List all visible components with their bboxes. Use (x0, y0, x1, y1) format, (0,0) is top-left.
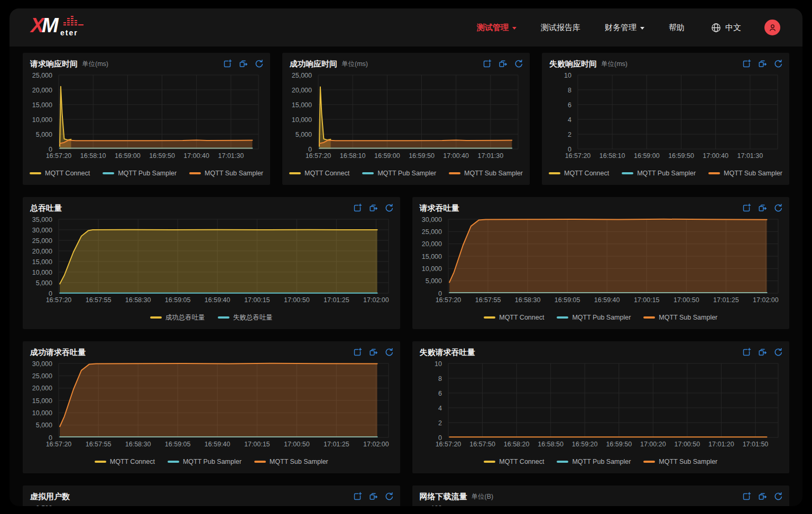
legend-item[interactable]: MQTT Connect (30, 170, 90, 177)
legend-item[interactable]: MQTT Pub Sampler (622, 170, 696, 177)
add-chart-icon[interactable] (353, 348, 362, 357)
legend-item[interactable]: MQTT Pub Sampler (103, 170, 177, 177)
chart-panel: 虚拟用户数 (23, 485, 400, 506)
legend-item[interactable]: MQTT Connect (289, 170, 349, 177)
chart-legend: MQTT ConnectMQTT Pub SamplerMQTT Sub Sam… (289, 168, 523, 179)
chart-canvas[interactable]: 05,00010,00015,00020,00025,00016:57:2016… (29, 71, 264, 162)
chart-canvas[interactable]: 024681016:57:2016:58:1016:59:0016:59:501… (548, 71, 783, 162)
legend-item[interactable]: MQTT Sub Sampler (643, 314, 717, 321)
open-new-window-icon[interactable] (758, 492, 767, 501)
refresh-icon[interactable] (773, 203, 783, 213)
svg-text:16:59:50: 16:59:50 (668, 152, 694, 160)
refresh-icon[interactable] (254, 59, 264, 69)
chart-canvas[interactable]: 024681016:57:2016:57:5016:58:2016:58:501… (419, 359, 783, 450)
legend-item[interactable]: MQTT Sub Sampler (643, 458, 717, 465)
nav-item-test-report-library[interactable]: 测试报告库 (541, 23, 580, 33)
svg-text:16:57:20: 16:57:20 (435, 296, 461, 304)
open-new-window-icon[interactable] (758, 203, 767, 213)
panel-header: 成功请求吞吐量 (30, 347, 394, 358)
legend-marker (484, 316, 495, 319)
chart-canvas[interactable]: 05,00010,00015,00020,00025,00030,00016:5… (419, 215, 783, 306)
add-chart-icon[interactable] (742, 203, 751, 213)
legend-item[interactable]: MQTT Connect (484, 314, 544, 321)
legend-item[interactable]: MQTT Sub Sampler (254, 458, 328, 465)
legend-item[interactable]: MQTT Pub Sampler (168, 458, 242, 465)
svg-text:16:58:30: 16:58:30 (514, 296, 540, 304)
open-new-window-icon[interactable] (368, 492, 378, 501)
svg-text:16:57:20: 16:57:20 (46, 441, 72, 448)
svg-text:16:59:50: 16:59:50 (149, 152, 175, 160)
chart-legend: MQTT ConnectMQTT Pub SamplerMQTT Sub Sam… (29, 168, 264, 179)
logo-letters-eter: eter (60, 29, 78, 37)
panel-unit: 单位(ms) (601, 60, 628, 69)
svg-text:16:57:20: 16:57:20 (46, 296, 72, 304)
xmeter-logo[interactable]: X M eter (31, 14, 90, 41)
svg-text:17:00:50: 17:00:50 (284, 296, 310, 304)
add-chart-icon[interactable] (482, 59, 492, 69)
legend-item[interactable]: MQTT Connect (549, 170, 609, 177)
legend-label: MQTT Pub Sampler (637, 170, 696, 177)
legend-item[interactable]: MQTT Pub Sampler (557, 458, 631, 465)
chart-legend: MQTT ConnectMQTT Pub SamplerMQTT Sub Sam… (419, 312, 783, 323)
chart-panel: 成功响应时间 单位(ms) (282, 53, 530, 185)
legend-item[interactable]: MQTT Sub Sampler (708, 170, 782, 177)
add-chart-icon[interactable] (223, 59, 232, 69)
svg-text:17:00:40: 17:00:40 (443, 152, 469, 160)
nav-item-help[interactable]: 帮助 (669, 23, 685, 33)
open-new-window-icon[interactable] (368, 203, 378, 213)
svg-text:17:00:40: 17:00:40 (183, 152, 209, 160)
legend-item[interactable]: MQTT Sub Sampler (449, 170, 523, 177)
add-chart-icon[interactable] (353, 203, 362, 213)
legend-label: MQTT Connect (499, 314, 544, 321)
refresh-icon[interactable] (773, 59, 783, 69)
open-new-window-icon[interactable] (498, 59, 508, 69)
legend-item[interactable]: MQTT Pub Sampler (362, 170, 436, 177)
open-new-window-icon[interactable] (758, 348, 767, 357)
nav-item-test-management[interactable]: 测试管理 (477, 23, 516, 33)
refresh-icon[interactable] (773, 492, 783, 501)
legend-item[interactable]: 成功总吞吐量 (150, 313, 205, 322)
open-new-window-icon[interactable] (238, 59, 248, 69)
user-avatar[interactable] (764, 20, 780, 35)
chart-canvas[interactable]: 05,00010,00015,00020,00025,00016:57:2016… (289, 71, 523, 162)
globe-icon (711, 23, 721, 33)
panel-title: 成功请求吞吐量 (30, 348, 86, 358)
svg-text:10,000: 10,000 (32, 269, 52, 276)
svg-text:16:57:55: 16:57:55 (86, 296, 112, 304)
legend-item[interactable]: MQTT Connect (484, 458, 544, 465)
svg-text:25,000: 25,000 (421, 228, 441, 236)
dashboard: 请求响应时间 单位(ms) (10, 46, 802, 506)
chart-svg: 05,00010,00015,00020,00025,00030,00016:5… (419, 215, 783, 306)
chart-canvas[interactable]: 180 (419, 503, 783, 506)
add-chart-icon[interactable] (742, 492, 751, 501)
nav-item-finance-management[interactable]: 财务管理 (605, 23, 644, 33)
svg-text:17:01:25: 17:01:25 (324, 441, 349, 448)
open-new-window-icon[interactable] (368, 348, 378, 357)
open-new-window-icon[interactable] (758, 59, 767, 69)
refresh-icon[interactable] (514, 59, 523, 69)
language-selector[interactable]: 中文 (711, 23, 741, 33)
legend-item[interactable]: MQTT Pub Sampler (557, 314, 631, 321)
chart-panel: 失败响应时间 单位(ms) (542, 53, 789, 185)
chart-legend: MQTT ConnectMQTT Pub SamplerMQTT Sub Sam… (548, 168, 783, 179)
logo-equalizer-icon (63, 16, 85, 27)
legend-item[interactable]: MQTT Connect (95, 458, 155, 465)
chart-canvas[interactable]: 2,500 (29, 503, 394, 506)
panel-header: 成功响应时间 单位(ms) (290, 58, 523, 70)
legend-item[interactable]: 失败总吞吐量 (218, 313, 273, 322)
app-window: X M eter 测试管理测试报告库财务管理帮助 (10, 8, 802, 506)
refresh-icon[interactable] (773, 348, 783, 357)
add-chart-icon[interactable] (742, 348, 751, 357)
refresh-icon[interactable] (384, 348, 394, 357)
panel-header: 请求响应时间 单位(ms) (30, 58, 264, 70)
refresh-icon[interactable] (384, 492, 394, 501)
chart-canvas[interactable]: 05,00010,00015,00020,00025,00030,00016:5… (29, 359, 394, 450)
svg-text:16:59:00: 16:59:00 (634, 152, 660, 160)
add-chart-icon[interactable] (742, 59, 751, 69)
chart-canvas[interactable]: 05,00010,00015,00020,00025,00030,00035,0… (29, 215, 394, 306)
chart-panel: 网络下载流量 单位(B) (412, 485, 790, 506)
add-chart-icon[interactable] (353, 492, 362, 501)
svg-text:5,000: 5,000 (36, 131, 52, 138)
legend-item[interactable]: MQTT Sub Sampler (189, 170, 263, 177)
refresh-icon[interactable] (384, 203, 394, 213)
